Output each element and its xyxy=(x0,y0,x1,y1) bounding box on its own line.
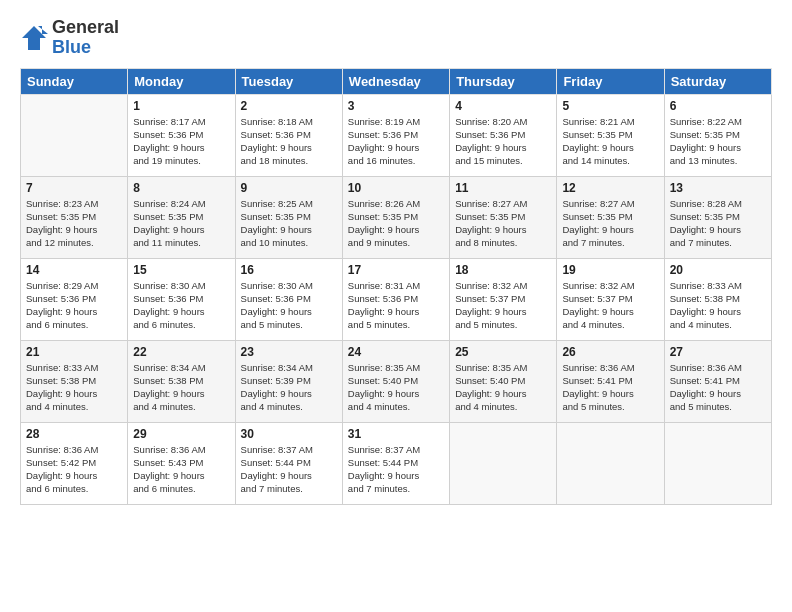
day-number: 24 xyxy=(348,345,444,359)
day-info: Sunrise: 8:35 AM Sunset: 5:40 PM Dayligh… xyxy=(455,361,551,414)
calendar-week-row: 7Sunrise: 8:23 AM Sunset: 5:35 PM Daylig… xyxy=(21,176,772,258)
day-info: Sunrise: 8:36 AM Sunset: 5:43 PM Dayligh… xyxy=(133,443,229,496)
day-number: 28 xyxy=(26,427,122,441)
day-info: Sunrise: 8:30 AM Sunset: 5:36 PM Dayligh… xyxy=(241,279,337,332)
calendar-cell: 30Sunrise: 8:37 AM Sunset: 5:44 PM Dayli… xyxy=(235,422,342,504)
day-info: Sunrise: 8:36 AM Sunset: 5:41 PM Dayligh… xyxy=(562,361,658,414)
day-number: 7 xyxy=(26,181,122,195)
day-number: 5 xyxy=(562,99,658,113)
day-info: Sunrise: 8:18 AM Sunset: 5:36 PM Dayligh… xyxy=(241,115,337,168)
day-number: 25 xyxy=(455,345,551,359)
day-number: 16 xyxy=(241,263,337,277)
day-number: 10 xyxy=(348,181,444,195)
weekday-header-sunday: Sunday xyxy=(21,68,128,94)
day-info: Sunrise: 8:35 AM Sunset: 5:40 PM Dayligh… xyxy=(348,361,444,414)
calendar-week-row: 21Sunrise: 8:33 AM Sunset: 5:38 PM Dayli… xyxy=(21,340,772,422)
day-info: Sunrise: 8:32 AM Sunset: 5:37 PM Dayligh… xyxy=(562,279,658,332)
calendar-cell: 26Sunrise: 8:36 AM Sunset: 5:41 PM Dayli… xyxy=(557,340,664,422)
calendar-cell xyxy=(450,422,557,504)
day-number: 11 xyxy=(455,181,551,195)
day-number: 9 xyxy=(241,181,337,195)
day-info: Sunrise: 8:24 AM Sunset: 5:35 PM Dayligh… xyxy=(133,197,229,250)
calendar-cell: 29Sunrise: 8:36 AM Sunset: 5:43 PM Dayli… xyxy=(128,422,235,504)
calendar-cell: 5Sunrise: 8:21 AM Sunset: 5:35 PM Daylig… xyxy=(557,94,664,176)
calendar-cell xyxy=(557,422,664,504)
day-number: 18 xyxy=(455,263,551,277)
day-number: 1 xyxy=(133,99,229,113)
day-info: Sunrise: 8:19 AM Sunset: 5:36 PM Dayligh… xyxy=(348,115,444,168)
day-number: 13 xyxy=(670,181,766,195)
day-number: 29 xyxy=(133,427,229,441)
day-info: Sunrise: 8:20 AM Sunset: 5:36 PM Dayligh… xyxy=(455,115,551,168)
weekday-header-thursday: Thursday xyxy=(450,68,557,94)
day-number: 3 xyxy=(348,99,444,113)
calendar-cell: 1Sunrise: 8:17 AM Sunset: 5:36 PM Daylig… xyxy=(128,94,235,176)
day-info: Sunrise: 8:36 AM Sunset: 5:41 PM Dayligh… xyxy=(670,361,766,414)
day-number: 8 xyxy=(133,181,229,195)
calendar-cell: 12Sunrise: 8:27 AM Sunset: 5:35 PM Dayli… xyxy=(557,176,664,258)
weekday-header-wednesday: Wednesday xyxy=(342,68,449,94)
day-info: Sunrise: 8:17 AM Sunset: 5:36 PM Dayligh… xyxy=(133,115,229,168)
day-info: Sunrise: 8:37 AM Sunset: 5:44 PM Dayligh… xyxy=(348,443,444,496)
calendar-cell: 31Sunrise: 8:37 AM Sunset: 5:44 PM Dayli… xyxy=(342,422,449,504)
day-number: 12 xyxy=(562,181,658,195)
day-info: Sunrise: 8:30 AM Sunset: 5:36 PM Dayligh… xyxy=(133,279,229,332)
calendar-cell: 11Sunrise: 8:27 AM Sunset: 5:35 PM Dayli… xyxy=(450,176,557,258)
day-info: Sunrise: 8:34 AM Sunset: 5:38 PM Dayligh… xyxy=(133,361,229,414)
calendar-cell: 4Sunrise: 8:20 AM Sunset: 5:36 PM Daylig… xyxy=(450,94,557,176)
calendar-cell: 24Sunrise: 8:35 AM Sunset: 5:40 PM Dayli… xyxy=(342,340,449,422)
day-info: Sunrise: 8:27 AM Sunset: 5:35 PM Dayligh… xyxy=(455,197,551,250)
calendar-cell: 20Sunrise: 8:33 AM Sunset: 5:38 PM Dayli… xyxy=(664,258,771,340)
day-info: Sunrise: 8:31 AM Sunset: 5:36 PM Dayligh… xyxy=(348,279,444,332)
header: General Blue xyxy=(20,18,772,58)
day-number: 14 xyxy=(26,263,122,277)
weekday-header-saturday: Saturday xyxy=(664,68,771,94)
calendar-cell: 15Sunrise: 8:30 AM Sunset: 5:36 PM Dayli… xyxy=(128,258,235,340)
calendar-cell: 21Sunrise: 8:33 AM Sunset: 5:38 PM Dayli… xyxy=(21,340,128,422)
day-info: Sunrise: 8:34 AM Sunset: 5:39 PM Dayligh… xyxy=(241,361,337,414)
calendar-cell: 7Sunrise: 8:23 AM Sunset: 5:35 PM Daylig… xyxy=(21,176,128,258)
day-number: 31 xyxy=(348,427,444,441)
calendar-cell: 14Sunrise: 8:29 AM Sunset: 5:36 PM Dayli… xyxy=(21,258,128,340)
calendar-cell xyxy=(664,422,771,504)
day-number: 22 xyxy=(133,345,229,359)
day-number: 4 xyxy=(455,99,551,113)
day-info: Sunrise: 8:37 AM Sunset: 5:44 PM Dayligh… xyxy=(241,443,337,496)
weekday-header-row: SundayMondayTuesdayWednesdayThursdayFrid… xyxy=(21,68,772,94)
day-info: Sunrise: 8:26 AM Sunset: 5:35 PM Dayligh… xyxy=(348,197,444,250)
calendar-cell xyxy=(21,94,128,176)
calendar-cell: 25Sunrise: 8:35 AM Sunset: 5:40 PM Dayli… xyxy=(450,340,557,422)
weekday-header-tuesday: Tuesday xyxy=(235,68,342,94)
day-number: 27 xyxy=(670,345,766,359)
logo-text: General Blue xyxy=(52,18,119,58)
calendar-cell: 16Sunrise: 8:30 AM Sunset: 5:36 PM Dayli… xyxy=(235,258,342,340)
calendar-cell: 23Sunrise: 8:34 AM Sunset: 5:39 PM Dayli… xyxy=(235,340,342,422)
day-info: Sunrise: 8:33 AM Sunset: 5:38 PM Dayligh… xyxy=(670,279,766,332)
day-info: Sunrise: 8:25 AM Sunset: 5:35 PM Dayligh… xyxy=(241,197,337,250)
weekday-header-friday: Friday xyxy=(557,68,664,94)
calendar-cell: 3Sunrise: 8:19 AM Sunset: 5:36 PM Daylig… xyxy=(342,94,449,176)
calendar-cell: 28Sunrise: 8:36 AM Sunset: 5:42 PM Dayli… xyxy=(21,422,128,504)
day-info: Sunrise: 8:28 AM Sunset: 5:35 PM Dayligh… xyxy=(670,197,766,250)
day-number: 17 xyxy=(348,263,444,277)
calendar-cell: 19Sunrise: 8:32 AM Sunset: 5:37 PM Dayli… xyxy=(557,258,664,340)
day-info: Sunrise: 8:27 AM Sunset: 5:35 PM Dayligh… xyxy=(562,197,658,250)
calendar-cell: 8Sunrise: 8:24 AM Sunset: 5:35 PM Daylig… xyxy=(128,176,235,258)
day-info: Sunrise: 8:33 AM Sunset: 5:38 PM Dayligh… xyxy=(26,361,122,414)
calendar: SundayMondayTuesdayWednesdayThursdayFrid… xyxy=(20,68,772,505)
calendar-cell: 27Sunrise: 8:36 AM Sunset: 5:41 PM Dayli… xyxy=(664,340,771,422)
day-number: 6 xyxy=(670,99,766,113)
day-number: 2 xyxy=(241,99,337,113)
calendar-cell: 17Sunrise: 8:31 AM Sunset: 5:36 PM Dayli… xyxy=(342,258,449,340)
day-number: 23 xyxy=(241,345,337,359)
calendar-week-row: 28Sunrise: 8:36 AM Sunset: 5:42 PM Dayli… xyxy=(21,422,772,504)
day-info: Sunrise: 8:22 AM Sunset: 5:35 PM Dayligh… xyxy=(670,115,766,168)
calendar-week-row: 1Sunrise: 8:17 AM Sunset: 5:36 PM Daylig… xyxy=(21,94,772,176)
day-info: Sunrise: 8:29 AM Sunset: 5:36 PM Dayligh… xyxy=(26,279,122,332)
calendar-cell: 2Sunrise: 8:18 AM Sunset: 5:36 PM Daylig… xyxy=(235,94,342,176)
day-number: 19 xyxy=(562,263,658,277)
calendar-cell: 13Sunrise: 8:28 AM Sunset: 5:35 PM Dayli… xyxy=(664,176,771,258)
calendar-cell: 9Sunrise: 8:25 AM Sunset: 5:35 PM Daylig… xyxy=(235,176,342,258)
day-number: 26 xyxy=(562,345,658,359)
page: General Blue SundayMondayTuesdayWednesda… xyxy=(0,0,792,612)
